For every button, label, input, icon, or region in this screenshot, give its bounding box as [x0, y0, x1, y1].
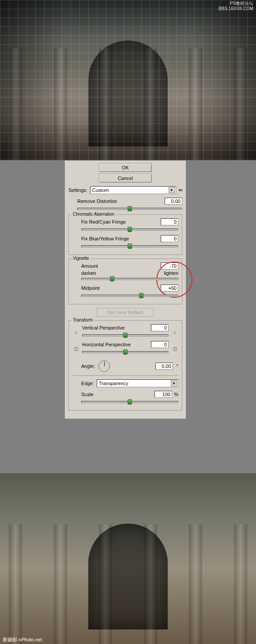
settings-dropdown[interactable]: Custom ▼ [90, 186, 176, 194]
vpersp-bot-icon: ⌂ [171, 329, 178, 336]
flyout-menu-icon[interactable]: ▾≡ [179, 188, 182, 192]
set-lens-default-button: Set Lens Default [97, 308, 154, 317]
vpersp-label: Vertical Perspective [82, 325, 125, 330]
settings-label: Settings: [68, 187, 87, 193]
vignette-group-label: Vignette [72, 256, 90, 261]
vpersp-input[interactable]: 0 [151, 324, 169, 331]
fix-blue-yellow-slider[interactable] [81, 243, 178, 249]
watermark-top: PS教程论坛 BBS.16XX8.COM [218, 1, 253, 11]
angle-input[interactable]: 0,00 [155, 363, 173, 370]
building-facade [0, 0, 256, 160]
fix-red-cyan-input[interactable]: 0 [161, 218, 178, 225]
vignette-midpoint-label: Midpoint [81, 285, 100, 291]
transform-group-label: Transform [72, 318, 94, 322]
chromatic-group-label: Chromatic Aberration [72, 212, 116, 217]
fix-blue-yellow-label: Fix Blue/Yellow Fringe [81, 236, 129, 241]
remove-distortion-label: Remove Distortion [77, 198, 117, 204]
angle-label: Angle: [81, 363, 95, 369]
watermark-line2: BBS.16XX8.COM [218, 6, 253, 11]
chevron-down-icon: ▼ [171, 380, 177, 386]
vignette-midpoint-slider[interactable] [81, 292, 178, 299]
edge-label: Edge: [81, 381, 94, 386]
hpersp-right-icon: ◫ [171, 346, 178, 353]
vignette-amount-slider[interactable] [81, 276, 178, 282]
angle-dial[interactable] [98, 360, 110, 372]
hpersp-left-icon: ◫ [72, 346, 79, 353]
vignette-amount-label: Amount [81, 263, 98, 269]
chromatic-aberration-group: Chromatic Aberration Fix Red/Cyan Fringe… [68, 214, 182, 255]
settings-value: Custom [92, 187, 109, 193]
lens-correction-dialog: OK Cancel Settings: Custom ▼ ▾≡ Remove D… [64, 160, 186, 419]
vignette-group: Vignette Amount -70 darken lighten Midpo… [68, 258, 182, 304]
vignette-midpoint-input[interactable]: +60 [161, 285, 178, 292]
scale-unit: % [174, 392, 178, 397]
scale-label: Scale [81, 392, 94, 397]
ok-button[interactable]: OK [99, 163, 152, 172]
remove-distortion-input[interactable]: 0,00 [165, 198, 182, 205]
hpersp-label: Horizontal Perspective [82, 342, 131, 347]
hpersp-slider[interactable] [82, 349, 169, 355]
chevron-down-icon: ▼ [169, 187, 175, 193]
fix-red-cyan-label: Fix Red/Cyan Fringe [81, 219, 126, 225]
scale-input[interactable]: 100 [154, 391, 172, 398]
divider [72, 375, 178, 376]
fix-blue-yellow-input[interactable]: 0 [161, 235, 178, 242]
building-facade-after [0, 473, 256, 644]
lighten-label: lighten [164, 270, 178, 276]
vpersp-top-icon: ⌂ [72, 329, 79, 336]
remove-distortion-slider[interactable] [77, 206, 182, 212]
fix-red-cyan-slider[interactable] [81, 226, 178, 232]
scale-slider[interactable] [81, 399, 178, 405]
hpersp-input[interactable]: 0 [151, 341, 169, 348]
cancel-button[interactable]: Cancel [99, 174, 152, 183]
edge-value: Transparency [99, 381, 128, 386]
preview-image-after: 新摄影 nPhoto.net [0, 473, 256, 644]
angle-unit: ° [177, 363, 178, 369]
preview-image-before: PS教程论坛 BBS.16XX8.COM [0, 0, 256, 160]
vignette-amount-input[interactable]: -70 [161, 262, 178, 270]
edge-dropdown[interactable]: Transparency ▼ [97, 379, 178, 387]
vpersp-slider[interactable] [82, 332, 169, 338]
watermark-bottom: 新摄影 nPhoto.net [3, 637, 42, 643]
watermark-line1: PS教程论坛 [218, 1, 253, 6]
darken-label: darken [81, 270, 96, 276]
transform-group: Transform ⌂ Vertical Perspective 0 ⌂ ◫ H… [68, 320, 182, 411]
